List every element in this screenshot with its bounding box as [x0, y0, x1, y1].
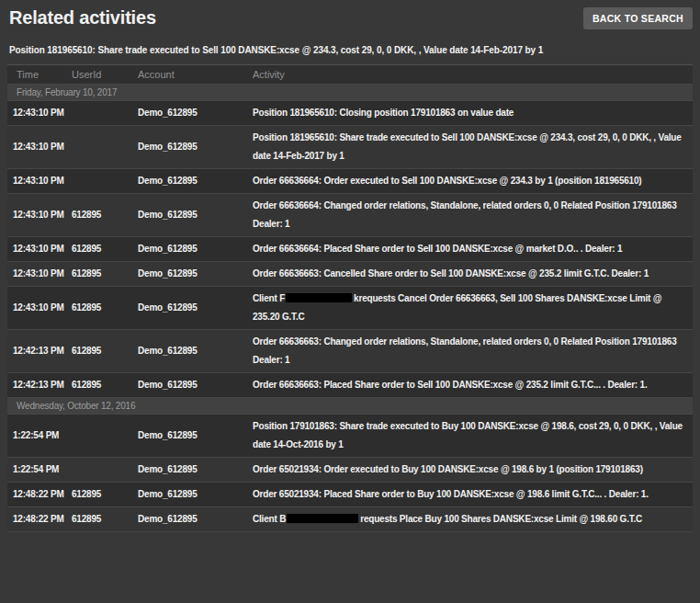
cell-account: Demo_612895: [138, 330, 253, 373]
cell-account: Demo_612895: [138, 373, 253, 398]
cell-time: 12:43:10 PM: [7, 169, 72, 194]
activity-row: 12:43:10 PM612895Demo_612895Order 666366…: [7, 194, 693, 237]
redaction-box: [287, 514, 358, 523]
cell-activity: Order 66636664: Order executed to Sell 1…: [253, 169, 693, 194]
cell-account: Demo_612895: [138, 415, 253, 458]
cell-activity: Order 65021934: Placed Share order to Bu…: [253, 483, 693, 507]
cell-account: Demo_612895: [138, 262, 253, 287]
activity-row: 12:42:13 PM612895Demo_612895Order 666366…: [7, 373, 693, 398]
cell-time: 12:48:22 PM: [7, 483, 72, 507]
activity-row: 12:43:10 PMDemo_612895Position 181965610…: [7, 101, 693, 126]
cell-activity: Order 66636663: Changed order relations,…: [253, 330, 693, 373]
cell-activity: Order 66636663: Placed Share order to Se…: [253, 373, 693, 398]
column-header-userid: UserId: [72, 65, 138, 85]
cell-activity: Client Fkrequests Cancel Order 66636663,…: [253, 287, 693, 330]
cell-time: 12:43:10 PM: [7, 237, 72, 262]
cell-userid: 612895: [72, 483, 138, 507]
cell-account: Demo_612895: [138, 126, 253, 169]
cell-userid: 612895: [72, 194, 138, 237]
cell-time: 1:22:54 PM: [7, 458, 72, 483]
cell-activity: Client Brequests Place Buy 100 Shares DA…: [253, 507, 693, 532]
cell-activity: Order 66636664: Changed order relations,…: [253, 194, 693, 237]
activity-table: Time UserId Account Activity Friday, Feb…: [7, 64, 693, 532]
cell-account: Demo_612895: [138, 101, 253, 126]
group-date-label: Friday, February 10, 2017: [7, 85, 693, 101]
group-date-label: Wednesday, October 12, 2016: [7, 398, 693, 415]
activity-row: 12:42:13 PM612895Demo_612895Order 666366…: [7, 330, 693, 373]
cell-account: Demo_612895: [138, 483, 253, 507]
cell-account: Demo_612895: [138, 169, 253, 194]
cell-userid: 612895: [72, 287, 138, 330]
date-group-header: Wednesday, October 12, 2016: [7, 398, 693, 415]
cell-userid: 612895: [72, 237, 138, 262]
position-summary: Position 181965610: Share trade executed…: [0, 29, 700, 55]
page-title: Related activities: [9, 7, 156, 28]
cell-userid: [72, 126, 138, 169]
cell-time: 12:48:22 PM: [7, 507, 72, 532]
cell-account: Demo_612895: [138, 237, 253, 262]
cell-time: 12:43:10 PM: [7, 194, 72, 237]
redaction-box: [286, 293, 352, 302]
cell-activity: Order 66636664: Placed Share order to Se…: [253, 237, 693, 262]
cell-userid: [72, 415, 138, 458]
cell-activity: Order 65021934: Order executed to Buy 10…: [253, 458, 693, 483]
activity-row: 12:43:10 PM612895Demo_612895Order 666366…: [7, 237, 693, 262]
cell-userid: 612895: [72, 262, 138, 287]
cell-account: Demo_612895: [138, 194, 253, 237]
top-bar: Related activities BACK TO SEARCH: [0, 0, 700, 29]
activity-row: 12:43:10 PMDemo_612895Order 66636664: Or…: [7, 169, 693, 194]
cell-time: 12:43:10 PM: [7, 287, 72, 330]
column-header-activity: Activity: [253, 65, 693, 85]
cell-userid: [72, 169, 138, 194]
column-header-time: Time: [7, 65, 72, 85]
cell-account: Demo_612895: [138, 507, 253, 532]
cell-time: 12:43:10 PM: [7, 126, 72, 169]
cell-time: 12:42:13 PM: [7, 330, 72, 373]
cell-time: 12:43:10 PM: [7, 101, 72, 126]
cell-userid: [72, 458, 138, 483]
cell-userid: 612895: [72, 507, 138, 532]
cell-account: Demo_612895: [138, 458, 253, 483]
cell-time: 12:42:13 PM: [7, 373, 72, 398]
cell-time: 1:22:54 PM: [7, 415, 72, 458]
activity-row: 12:48:22 PM612895Demo_612895Order 650219…: [7, 483, 693, 507]
activity-row: 12:43:10 PM612895Demo_612895Order 666366…: [7, 262, 693, 287]
activity-row: 1:22:54 PMDemo_612895Order 65021934: Ord…: [7, 458, 693, 483]
column-header-account: Account: [138, 65, 253, 85]
activity-table-body: Friday, February 10, 201712:43:10 PMDemo…: [7, 85, 693, 532]
activity-row: 12:43:10 PM612895Demo_612895Client Fkreq…: [7, 287, 693, 330]
activity-row: 1:22:54 PMDemo_612895Position 179101863:…: [7, 415, 693, 458]
cell-activity: Position 181965610: Closing position 179…: [253, 101, 693, 126]
cell-activity: Position 181965610: Share trade executed…: [253, 126, 693, 169]
activity-row: 12:43:10 PMDemo_612895Position 181965610…: [7, 126, 693, 169]
date-group-header: Friday, February 10, 2017: [7, 85, 693, 101]
cell-userid: [72, 101, 138, 126]
cell-account: Demo_612895: [138, 287, 253, 330]
cell-userid: 612895: [72, 330, 138, 373]
cell-activity: Position 179101863: Share trade executed…: [253, 415, 693, 458]
cell-time: 12:43:10 PM: [7, 262, 72, 287]
activity-row: 12:48:22 PM612895Demo_612895Client Brequ…: [7, 507, 693, 532]
cell-userid: 612895: [72, 373, 138, 398]
cell-activity: Order 66636663: Cancelled Share order to…: [253, 262, 693, 287]
table-header-row: Time UserId Account Activity: [7, 65, 693, 85]
back-to-search-button[interactable]: BACK TO SEARCH: [583, 7, 693, 29]
